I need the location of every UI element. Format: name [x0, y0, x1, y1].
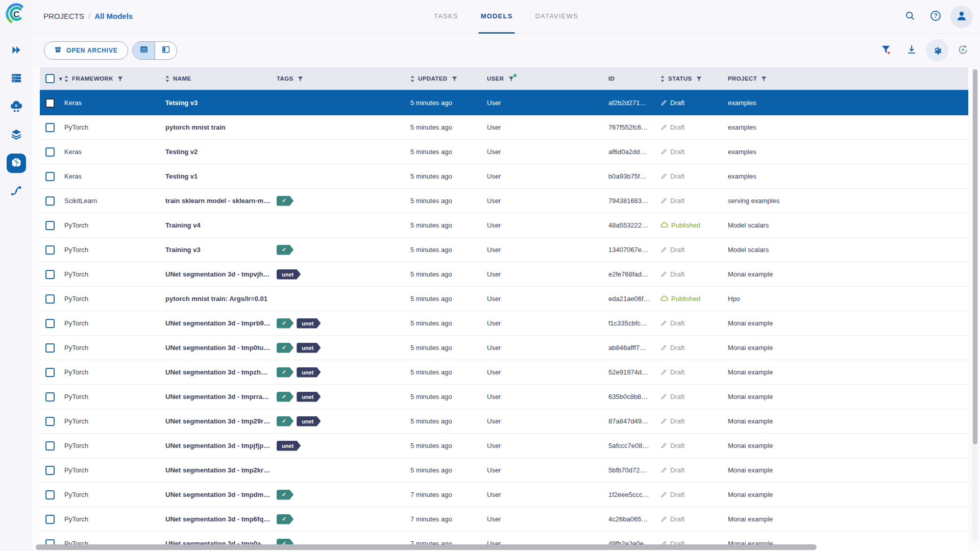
row-checkbox[interactable]	[45, 515, 55, 524]
select-all-checkbox[interactable]	[45, 74, 55, 83]
row-checkbox[interactable]	[45, 490, 55, 499]
gear-icon	[932, 44, 943, 57]
sort-icon[interactable]	[165, 76, 169, 82]
breadcrumb-projects[interactable]: PROJECTS	[43, 12, 84, 20]
tags-cell: ✓unet	[276, 392, 409, 402]
draft-pencil-icon	[660, 467, 667, 473]
row-checkbox[interactable]	[45, 196, 55, 206]
sidebar-item-models[interactable]	[7, 154, 26, 173]
sidebar-item-expand[interactable]	[7, 41, 26, 61]
table-row[interactable]: KerasTesting v15 minutes agoUserb0a93b75…	[40, 164, 968, 189]
table-row[interactable]: KerasTetsing v35 minutes agoUseraf2b2d27…	[40, 91, 968, 115]
user-cell: User	[486, 491, 607, 498]
open-archive-button[interactable]: OPEN ARCHIVE	[44, 41, 128, 60]
row-checkbox[interactable]	[45, 466, 55, 475]
search-button[interactable]	[899, 6, 921, 28]
id-cell: f1c335cbfc…	[607, 319, 659, 327]
tab-tasks[interactable]: TASKS	[432, 0, 460, 34]
row-checkbox[interactable]	[45, 147, 55, 157]
table-row[interactable]: PyTorchUNet segmentation 3d - tmp0tu…✓un…	[40, 336, 968, 360]
row-checkbox[interactable]	[45, 270, 55, 279]
table-row[interactable]: PyTorchUNet segmentation 3d - tmp29rf…✓u…	[40, 409, 968, 434]
updated-cell: 5 minutes ago	[409, 123, 486, 131]
vertical-scrollbar-thumb[interactable]	[973, 69, 977, 444]
table-row[interactable]: PyTorchTraining v45 minutes agoUser48a55…	[40, 213, 968, 238]
sidebar-item-queues[interactable]	[7, 69, 26, 89]
table-row[interactable]: PyTorchpytorch mnist train: Args/lr=0.01…	[40, 287, 968, 311]
sidebar-item-workers[interactable]	[7, 97, 26, 117]
row-checkbox[interactable]	[45, 392, 55, 402]
horizontal-scrollbar[interactable]	[32, 544, 974, 550]
tags-cell: ✓	[276, 514, 409, 524]
layers-icon	[10, 128, 22, 142]
filter-icon[interactable]	[696, 76, 702, 82]
sidebar-item-datasets[interactable]	[7, 126, 26, 145]
status-cell: Draft	[659, 246, 727, 254]
user-cell: User	[486, 246, 607, 254]
help-button[interactable]: ?	[925, 6, 946, 28]
row-checkbox[interactable]	[45, 221, 55, 230]
settings-button[interactable]	[926, 39, 948, 62]
filter-icon[interactable]	[297, 76, 304, 82]
sort-icon[interactable]	[64, 76, 68, 82]
auto-refresh-button[interactable]	[951, 39, 974, 62]
row-checkbox[interactable]	[45, 319, 55, 328]
table-row[interactable]: PyTorchUNet segmentation 3d - tmp6fq0…✓7…	[40, 507, 968, 532]
table-row[interactable]: ScikitLearntrain sklearn model - sklearn…	[40, 189, 968, 213]
project-cell: Monai example	[727, 515, 968, 523]
filter-icon[interactable]	[508, 76, 514, 82]
row-checkbox[interactable]	[45, 441, 55, 450]
table-row[interactable]: PyTorchUNet segmentation 3d - tmpjfjpv…u…	[40, 434, 968, 458]
download-button[interactable]	[900, 39, 923, 62]
id-cell: ab846afff7…	[607, 344, 659, 352]
filter-icon[interactable]	[117, 76, 124, 82]
row-checkbox[interactable]	[45, 417, 55, 426]
tab-dataviews[interactable]: DATAVIEWS	[533, 0, 580, 34]
row-checkbox[interactable]	[45, 245, 55, 255]
select-dropdown-caret-icon[interactable]: ▾	[59, 76, 62, 82]
row-checkbox[interactable]	[45, 368, 55, 377]
column-header-updated: UPDATED	[409, 76, 486, 82]
row-select-cell	[40, 270, 63, 279]
model-name-cell: UNet segmentation 3d - tmpzh0…	[164, 368, 276, 376]
checkmark-tag: ✓	[277, 343, 293, 353]
user-cell: User	[486, 172, 607, 180]
sort-icon[interactable]	[410, 76, 414, 82]
table-row[interactable]: PyTorchUNet segmentation 3d - tmpzh0…✓un…	[40, 360, 968, 385]
column-header-tags: TAGS	[276, 76, 409, 82]
id-cell: 48a553222…	[607, 221, 659, 229]
table-row[interactable]: PyTorchUNet segmentation 3d - tmprb9d…✓u…	[40, 311, 968, 336]
status-cell: Draft	[659, 148, 727, 156]
table-row[interactable]: PyTorchTraining v3✓5 minutes agoUser1340…	[40, 238, 968, 262]
id-cell: 4c26ba065…	[607, 515, 659, 523]
clear-filters-button[interactable]	[875, 39, 897, 62]
table-row[interactable]: PyTorchUNet segmentation 3d - tmpvjhyl…u…	[40, 262, 968, 287]
row-checkbox[interactable]	[45, 172, 55, 181]
row-checkbox[interactable]	[45, 294, 55, 304]
row-checkbox[interactable]	[45, 343, 55, 353]
clearml-logo[interactable]: C	[5, 3, 28, 25]
profile-button[interactable]	[950, 6, 973, 28]
card-view-button[interactable]	[155, 42, 177, 59]
horizontal-scrollbar-thumb[interactable]	[36, 544, 817, 550]
vertical-scrollbar[interactable]	[972, 68, 978, 543]
table-row[interactable]: PyTorchpytorch mnist train5 minutes agoU…	[40, 115, 968, 140]
user-cell: User	[486, 197, 607, 205]
table-view-button[interactable]	[133, 42, 155, 59]
framework-cell: Keras	[63, 99, 164, 107]
filter-icon[interactable]	[761, 76, 767, 82]
column-label-tags: TAGS	[277, 76, 293, 82]
sort-icon[interactable]	[660, 76, 665, 82]
filter-icon[interactable]	[451, 76, 458, 82]
row-checkbox[interactable]	[45, 123, 55, 132]
table-row[interactable]: PyTorchUNet segmentation 3d - tmprrae…✓u…	[40, 385, 968, 409]
table-row[interactable]: KerasTesting v25 minutes agoUseraf6d0a2d…	[40, 140, 968, 164]
row-checkbox[interactable]	[45, 98, 55, 108]
tab-models[interactable]: MODELS	[479, 0, 515, 34]
breadcrumb-all-models[interactable]: All Models	[94, 12, 133, 20]
table-row[interactable]: PyTorchUNet segmentation 3d - tmpdm4…✓7 …	[40, 483, 968, 507]
status-cell: Draft	[659, 417, 727, 425]
table-row[interactable]: PyTorchUNet segmentation 3d - tmp2kr0…5 …	[40, 458, 968, 483]
sidebar-item-pipelines[interactable]	[7, 182, 26, 201]
framework-cell: PyTorch	[63, 515, 164, 523]
